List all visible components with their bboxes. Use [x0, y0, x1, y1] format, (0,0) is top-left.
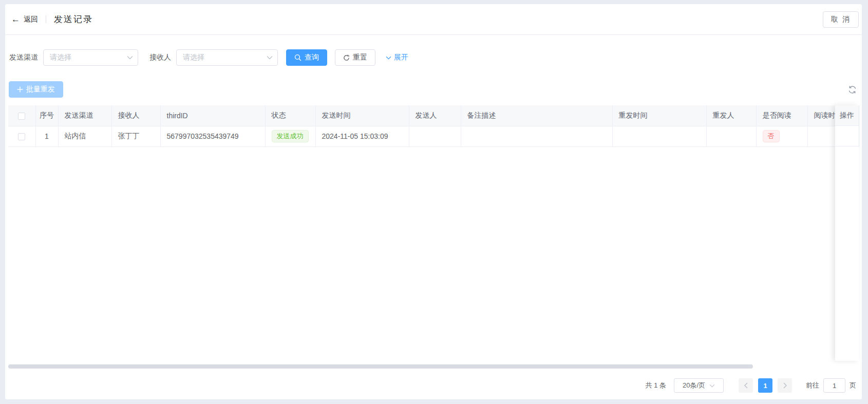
- column-status: 状态: [265, 105, 315, 126]
- cell-send-time: 2024-11-05 15:03:09: [315, 126, 409, 146]
- cell-status: 发送成功: [265, 126, 315, 146]
- column-resender: 重发人: [706, 105, 756, 126]
- prev-page-button[interactable]: [739, 378, 753, 393]
- column-read-status: 是否阅读: [756, 105, 807, 126]
- cell-receiver: 张丁丁: [111, 126, 160, 146]
- column-resend-time: 重发时间: [612, 105, 706, 126]
- next-page-button[interactable]: [778, 378, 792, 393]
- channel-label: 发送渠道: [9, 53, 38, 62]
- receiver-label: 接收人: [149, 53, 171, 62]
- operations-fixed-column: 操作: [835, 105, 859, 361]
- batch-resend-label: 批量重发: [26, 85, 55, 94]
- reset-icon: [343, 54, 350, 61]
- select-all-checkbox[interactable]: [18, 113, 25, 120]
- column-receiver: 接收人: [111, 105, 160, 126]
- goto-page-input[interactable]: [823, 378, 845, 393]
- expand-link[interactable]: 展开: [386, 53, 408, 62]
- cell-third-id: 567997032535439749: [160, 126, 265, 146]
- pagination-total: 共 1 条: [646, 381, 666, 390]
- page-size-value: 20条/页: [683, 381, 705, 390]
- cell-resend-time: [612, 126, 706, 146]
- back-button[interactable]: ← 返回: [11, 15, 38, 24]
- refresh-icon[interactable]: [848, 85, 857, 94]
- reset-button[interactable]: 重置: [335, 49, 375, 66]
- table-header-row: 序号 发送渠道 接收人 thirdID 状态 发送时间 发送人 备注描述 重发时…: [8, 105, 859, 126]
- channel-select[interactable]: 请选择: [43, 49, 138, 66]
- status-badge: 发送成功: [272, 130, 309, 142]
- page-number-1[interactable]: 1: [758, 378, 772, 393]
- header-divider: [46, 15, 46, 23]
- search-button-label: 查询: [305, 53, 319, 62]
- reset-button-label: 重置: [353, 53, 367, 62]
- chevron-down-icon: [127, 56, 133, 60]
- cell-read-status: 否: [756, 126, 807, 146]
- column-third-id: thirdID: [160, 105, 265, 126]
- column-operations: 操作: [835, 105, 859, 126]
- page-unit-label: 页: [850, 381, 856, 390]
- column-send-time: 发送时间: [315, 105, 409, 126]
- horizontal-scrollbar-thumb[interactable]: [8, 364, 753, 369]
- cancel-button[interactable]: 取 消: [823, 11, 859, 28]
- cell-resender: [706, 126, 756, 146]
- page-size-select[interactable]: 20条/页: [674, 378, 724, 393]
- receiver-select[interactable]: 请选择: [176, 49, 278, 66]
- column-sender: 发送人: [409, 105, 461, 126]
- chevron-right-icon: [783, 382, 787, 389]
- plus-icon: [17, 86, 23, 93]
- expand-link-label: 展开: [394, 53, 408, 62]
- goto-label: 前往: [806, 381, 819, 390]
- search-icon: [294, 54, 301, 61]
- page-title: 发送记录: [54, 13, 93, 25]
- chevron-left-icon: [744, 382, 748, 389]
- cell-operations: [835, 126, 859, 146]
- table-row: 1 站内信 张丁丁 567997032535439749 发送成功 2024-1…: [8, 126, 859, 146]
- goto-page-group: 前往 页: [806, 378, 856, 393]
- horizontal-scrollbar: [8, 364, 859, 369]
- row-checkbox[interactable]: [18, 133, 25, 140]
- cell-sender: [409, 126, 461, 146]
- chevron-down-icon: [267, 56, 273, 60]
- search-button[interactable]: 查询: [286, 49, 327, 66]
- cell-remark: [461, 126, 612, 146]
- chevron-down-icon: [709, 384, 715, 388]
- receiver-placeholder: 请选择: [183, 53, 204, 62]
- column-remark: 备注描述: [461, 105, 612, 126]
- channel-placeholder: 请选择: [50, 53, 71, 62]
- cell-channel: 站内信: [58, 126, 111, 146]
- records-table: 序号 发送渠道 接收人 thirdID 状态 发送时间 发送人 备注描述 重发时…: [8, 105, 859, 370]
- back-arrow-icon: ←: [11, 15, 20, 24]
- cell-index: 1: [35, 126, 58, 146]
- read-status-badge: 否: [763, 130, 780, 142]
- chevron-down-icon: [386, 56, 391, 60]
- batch-resend-button[interactable]: 批量重发: [9, 81, 63, 98]
- back-label: 返回: [24, 15, 38, 24]
- page-header: ← 返回 发送记录 取 消: [5, 4, 862, 35]
- table-toolbar: 批量重发: [9, 81, 857, 98]
- filter-bar: 发送渠道 请选择 接收人 请选择 查询 重置: [9, 49, 862, 66]
- pagination-bar: 共 1 条 20条/页 1 前往 页: [5, 378, 862, 393]
- column-channel: 发送渠道: [58, 105, 111, 126]
- send-records-card: ← 返回 发送记录 取 消 发送渠道 请选择 接收人 请选择 查询: [5, 4, 862, 399]
- column-index: 序号: [35, 105, 58, 126]
